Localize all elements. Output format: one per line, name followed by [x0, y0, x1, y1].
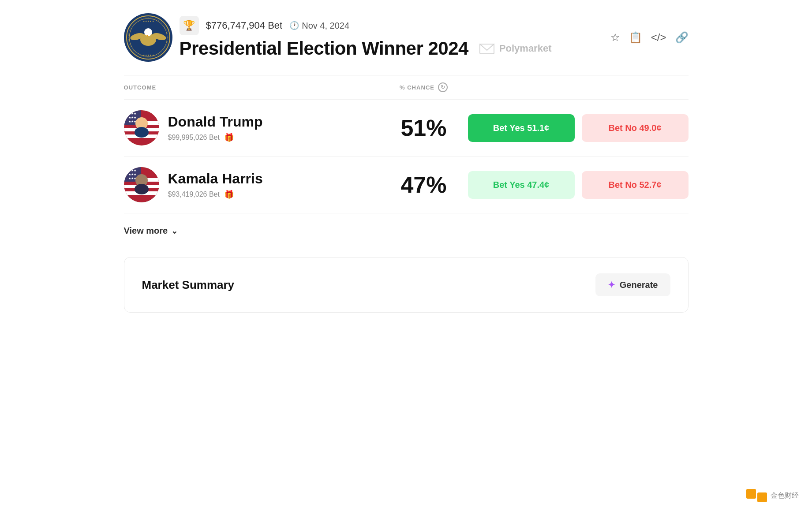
watermark-text: 金色财经	[771, 491, 799, 500]
outcomes-section: OUTCOME % CHANCE ↻	[124, 75, 689, 213]
trump-actions: Bet Yes 51.1¢ Bet No 49.0¢	[468, 114, 689, 142]
trump-bet-yes-button[interactable]: Bet Yes 51.1¢	[468, 114, 575, 142]
chevron-down-icon: ⌄	[171, 226, 178, 236]
header-meta: 🏆 $776,747,904 Bet 🕐 Nov 4, 2024 Preside…	[180, 16, 552, 59]
generate-button[interactable]: ✦ Generate	[595, 273, 670, 296]
sparkle-icon: ✦	[608, 280, 615, 290]
market-summary-title: Market Summary	[142, 278, 235, 292]
market-summary-section: Market Summary ✦ Generate	[124, 257, 689, 313]
svg-text:★★★: ★★★	[128, 169, 136, 172]
svg-text:★★★: ★★★	[128, 120, 136, 123]
bookmark-icon[interactable]: ☆	[610, 31, 620, 44]
watermark-square2	[757, 492, 767, 502]
trump-row: ★★★ ★★★ ★★★ Donald Trump	[124, 100, 689, 157]
trump-bet-no-button[interactable]: Bet No 49.0¢	[582, 114, 689, 142]
svg-text:★★★: ★★★	[128, 173, 136, 176]
harris-details: Kamala Harris $93,419,026 Bet 🎁	[168, 171, 263, 199]
svg-text:★ ★ ★ ★ ★: ★ ★ ★ ★ ★	[142, 20, 154, 22]
header-actions: ☆ 📋 </> 🔗	[610, 31, 689, 44]
watermark-square1	[746, 489, 756, 499]
harris-row: ★★★ ★★★ ★★★ Kamala Harris	[124, 157, 689, 213]
harris-gift-icon[interactable]: 🎁	[224, 190, 234, 199]
page-title: Presidential Election Winner 2024	[180, 38, 468, 59]
link-icon[interactable]: 🔗	[675, 31, 689, 44]
outcomes-header: OUTCOME % CHANCE ↻	[124, 75, 689, 100]
harris-bet-yes-button[interactable]: Bet Yes 47.4¢	[468, 171, 575, 199]
date-info: 🕐 Nov 4, 2024	[289, 21, 349, 31]
harris-chance: 47%	[380, 172, 468, 198]
trump-bet-row: $99,995,026 Bet 🎁	[168, 133, 263, 142]
harris-avatar: ★★★ ★★★ ★★★	[124, 167, 159, 202]
view-more-label: View more	[124, 226, 168, 236]
svg-text:★★★: ★★★	[128, 112, 136, 115]
code-icon[interactable]: </>	[651, 31, 666, 44]
polymarket-name: Polymarket	[499, 43, 552, 54]
trump-bet-amount: $99,995,026 Bet	[168, 134, 220, 142]
trophy-badge: 🏆	[180, 16, 199, 35]
harris-bet-no-button[interactable]: Bet No 52.7¢	[582, 171, 689, 199]
svg-text:★★★: ★★★	[128, 177, 136, 180]
col-outcome-header: OUTCOME	[124, 84, 380, 91]
bet-total: $776,747,904 Bet	[206, 20, 283, 31]
harris-actions: Bet Yes 47.4¢ Bet No 52.7¢	[468, 171, 689, 199]
harris-bet-row: $93,419,026 Bet 🎁	[168, 190, 263, 199]
harris-bet-amount: $93,419,026 Bet	[168, 190, 220, 198]
watermark: 金色财经	[746, 489, 799, 502]
view-more-row: View more ⌄	[124, 213, 689, 248]
trump-avatar: ★★★ ★★★ ★★★	[124, 110, 159, 145]
date-label: Nov 4, 2024	[302, 21, 349, 31]
clock-icon: 🕐	[289, 21, 299, 30]
svg-marker-10	[480, 44, 494, 50]
svg-text:★★★: ★★★	[128, 116, 136, 119]
view-more-button[interactable]: View more ⌄	[124, 226, 178, 236]
harris-candidate-info: ★★★ ★★★ ★★★ Kamala Harris	[124, 167, 380, 202]
harris-name: Kamala Harris	[168, 171, 263, 187]
svg-text:★ ★ ★ ★ ★: ★ ★ ★ ★ ★	[142, 54, 154, 56]
trump-details: Donald Trump $99,995,026 Bet 🎁	[168, 114, 263, 142]
refresh-icon[interactable]: ↻	[438, 82, 448, 92]
trump-candidate-info: ★★★ ★★★ ★★★ Donald Trump	[124, 110, 380, 145]
polymarket-brand: Polymarket	[479, 41, 552, 56]
trump-gift-icon[interactable]: 🎁	[224, 133, 234, 142]
trump-chance: 51%	[380, 115, 468, 141]
watermark-logo	[746, 489, 767, 502]
col-chance-header: % CHANCE ↻	[380, 82, 468, 92]
trump-name: Donald Trump	[168, 114, 263, 130]
svg-point-21	[135, 127, 149, 138]
document-icon[interactable]: 📋	[629, 31, 642, 44]
generate-label: Generate	[620, 280, 658, 290]
svg-point-32	[135, 184, 149, 194]
presidential-seal: ★ ★ ★ ★ ★ ★ ★ ★ ★ ★	[124, 13, 172, 62]
